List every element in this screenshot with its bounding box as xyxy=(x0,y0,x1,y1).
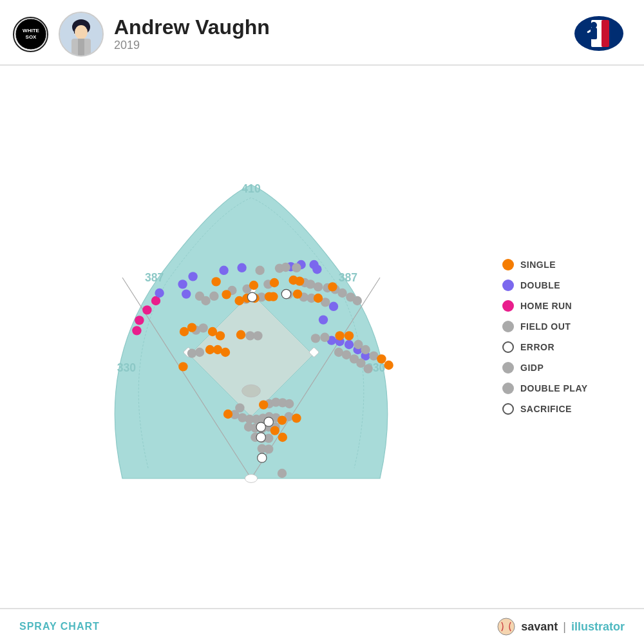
svg-point-55 xyxy=(209,292,218,301)
brand-separator: | xyxy=(563,620,566,634)
legend-label-single: SINGLE xyxy=(520,260,556,270)
svg-point-23 xyxy=(245,475,257,483)
svg-point-33 xyxy=(178,279,187,289)
svg-point-113 xyxy=(222,290,231,299)
svg-point-133 xyxy=(345,331,354,340)
legend-label-homerun: HOME RUN xyxy=(520,301,572,311)
svg-point-24 xyxy=(242,384,261,397)
svg-text:330: 330 xyxy=(117,361,137,374)
svg-point-107 xyxy=(278,469,287,478)
legend-dot-doubleplay xyxy=(502,383,514,394)
svg-rect-8 xyxy=(78,39,84,55)
svg-point-52 xyxy=(292,263,301,272)
legend-label-fieldout: FIELD OUT xyxy=(520,321,571,332)
baseball-icon xyxy=(497,617,516,636)
page: WHITE SOX Andrew Vaug xyxy=(0,0,644,644)
svg-point-49 xyxy=(255,266,264,275)
legend-item-fieldout: FIELD OUT xyxy=(502,321,631,332)
legend-dot-sacrifice xyxy=(502,403,514,415)
brand-area: savant | illustrator xyxy=(497,617,625,636)
main-content: 410 387 387 330 330 xyxy=(0,66,644,608)
svg-point-74 xyxy=(198,323,207,332)
svg-point-144 xyxy=(259,400,268,409)
header-left: WHITE SOX Andrew Vaug xyxy=(13,12,270,57)
svg-point-151 xyxy=(258,453,267,462)
svg-point-78 xyxy=(320,333,329,342)
svg-point-132 xyxy=(335,331,344,340)
svg-point-147 xyxy=(281,289,290,298)
svg-point-130 xyxy=(216,331,225,340)
legend-dot-error xyxy=(502,341,514,353)
svg-point-134 xyxy=(377,354,386,363)
svg-point-36 xyxy=(237,263,246,272)
svg-text:387: 387 xyxy=(145,271,164,284)
svg-point-45 xyxy=(345,340,354,349)
svg-point-126 xyxy=(314,294,323,303)
legend-dot-single xyxy=(502,259,514,270)
brand-savant: savant xyxy=(521,620,558,634)
svg-point-149 xyxy=(264,417,273,426)
svg-point-87 xyxy=(356,359,365,368)
legend-item-error: ERROR xyxy=(502,341,631,353)
legend-item-doubleplay: DOUBLE PLAY xyxy=(502,383,631,394)
legend-label-sacrifice: SACRIFICE xyxy=(520,404,572,414)
svg-point-88 xyxy=(363,364,372,373)
svg-point-64 xyxy=(337,289,346,298)
svg-point-31 xyxy=(132,326,141,335)
legend-dot-fieldout xyxy=(502,321,514,332)
player-year: 2019 xyxy=(114,39,270,52)
svg-point-6 xyxy=(75,25,88,39)
svg-point-131 xyxy=(236,330,245,339)
footer: SPRAY CHART savant | illustrator xyxy=(0,608,644,644)
mlb-logo xyxy=(573,15,625,53)
svg-point-32 xyxy=(155,289,164,298)
svg-point-51 xyxy=(281,263,290,272)
svg-point-54 xyxy=(201,296,210,305)
legend-dot-gidp xyxy=(502,362,514,374)
legend-label-doubleplay: DOUBLE PLAY xyxy=(520,383,588,393)
svg-point-83 xyxy=(195,348,204,357)
svg-point-112 xyxy=(235,403,244,412)
svg-point-143 xyxy=(278,433,287,442)
svg-point-35 xyxy=(219,266,228,275)
player-name: Andrew Vaughn xyxy=(114,16,270,39)
svg-text:387: 387 xyxy=(339,271,358,284)
svg-point-66 xyxy=(353,296,362,305)
svg-point-116 xyxy=(270,278,279,287)
svg-point-61 xyxy=(314,282,323,291)
svg-point-48 xyxy=(319,315,328,324)
svg-point-141 xyxy=(278,415,287,424)
svg-point-13 xyxy=(591,22,597,28)
svg-point-150 xyxy=(256,433,265,442)
svg-point-146 xyxy=(247,292,256,301)
svg-point-111 xyxy=(285,399,294,408)
svg-point-106 xyxy=(264,444,273,453)
svg-point-41 xyxy=(182,289,191,298)
spray-chart-svg: 410 387 387 330 330 xyxy=(71,95,431,578)
svg-point-139 xyxy=(178,362,187,371)
svg-text:410: 410 xyxy=(242,182,261,195)
svg-point-125 xyxy=(293,289,302,298)
legend-label-gidp: GIDP xyxy=(520,363,544,373)
svg-point-115 xyxy=(249,281,258,290)
svg-point-128 xyxy=(187,323,196,332)
svg-point-135 xyxy=(384,361,393,370)
svg-point-118 xyxy=(295,276,304,285)
svg-text:WHITE: WHITE xyxy=(23,28,39,33)
svg-point-114 xyxy=(211,277,220,286)
svg-point-145 xyxy=(292,413,301,422)
svg-point-34 xyxy=(188,272,197,281)
legend-dot-double xyxy=(502,279,514,291)
legend-label-error: ERROR xyxy=(520,342,554,352)
svg-point-124 xyxy=(269,292,278,301)
svg-point-40 xyxy=(312,265,321,274)
team-logo: WHITE SOX xyxy=(13,17,48,52)
svg-point-119 xyxy=(328,282,337,291)
svg-point-138 xyxy=(221,348,230,357)
svg-point-29 xyxy=(142,305,151,314)
chart-area: 410 387 387 330 330 xyxy=(13,72,489,601)
legend: SINGLE DOUBLE HOME RUN FIELD OUT ERROR G… xyxy=(489,72,631,601)
svg-point-30 xyxy=(135,316,144,325)
svg-point-152 xyxy=(498,618,515,635)
header: WHITE SOX Andrew Vaug xyxy=(0,0,644,66)
